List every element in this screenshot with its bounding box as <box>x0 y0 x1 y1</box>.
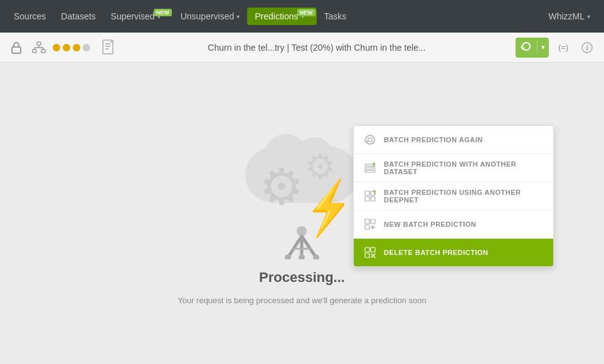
delete-batch-icon <box>363 245 378 260</box>
refresh-dropdown-arrow[interactable]: ▾ <box>537 40 549 55</box>
svg-rect-1 <box>37 42 41 45</box>
processing-title: Processing... <box>259 269 345 286</box>
svg-rect-15 <box>368 138 372 142</box>
document-icon[interactable] <box>100 39 118 56</box>
svg-rect-27 <box>365 225 369 229</box>
top-navbar: Sources Datasets Supervised NEW ▾ Unsupe… <box>0 0 604 33</box>
dot-3 <box>73 44 80 51</box>
toolbar: Churn in the tel...try | Test (20%) with… <box>0 33 604 63</box>
svg-rect-30 <box>365 247 369 252</box>
dropdown-item-new-batch[interactable]: NEW BATCH PREDICTION <box>354 211 553 239</box>
nav-datasets[interactable]: Datasets <box>53 8 103 25</box>
formula-button[interactable]: (=) <box>554 38 573 57</box>
gear-large-icon: ⚙ <box>259 162 304 212</box>
svg-rect-23 <box>371 197 375 201</box>
new-batch-icon <box>363 217 378 232</box>
nav-tasks[interactable]: Tasks <box>317 8 354 25</box>
nav-unsupervised[interactable]: Unsupervised ▾ <box>173 8 248 25</box>
status-dots <box>53 44 90 51</box>
dot-1 <box>53 44 60 51</box>
processing-subtitle: Your request is being processed and we'l… <box>177 296 427 305</box>
svg-rect-32 <box>365 253 369 257</box>
whizzml-dropdown-arrow: ▾ <box>587 13 590 20</box>
main-content: BATCH PREDICTION AGAIN BATCH PREDICTION … <box>0 63 604 364</box>
batch-dataset-icon <box>363 160 378 175</box>
refresh-icon[interactable] <box>516 38 537 58</box>
svg-point-14 <box>586 44 588 46</box>
svg-rect-31 <box>371 247 375 252</box>
nav-whizzml[interactable]: WhizzML ▾ <box>541 8 598 25</box>
svg-line-36 <box>288 236 302 257</box>
dropdown-item-batch-deepnet[interactable]: BATCH PREDICTION USING ANOTHER DEEPNET <box>354 182 553 211</box>
svg-rect-18 <box>365 170 375 172</box>
svg-rect-25 <box>365 219 369 224</box>
svg-rect-22 <box>365 197 369 201</box>
svg-rect-26 <box>371 219 375 224</box>
nav-sources[interactable]: Sources <box>6 8 53 25</box>
dropdown-item-delete-batch[interactable]: DELETE BATCH PREDICTION <box>354 239 553 266</box>
dot-4 <box>83 44 90 51</box>
dropdown-item-batch-another-dataset[interactable]: BATCH PREDICTION WITH ANOTHER DATASET <box>354 154 553 182</box>
dot-2 <box>63 44 70 51</box>
refresh-button-group[interactable]: ▾ <box>516 38 549 58</box>
toolbar-title: Churn in the tel...try | Test (20%) with… <box>123 43 511 53</box>
nav-predictions[interactable]: Predictions NEW ▾ <box>247 8 316 25</box>
predictions-badge: NEW <box>297 9 315 16</box>
supervised-badge: NEW <box>154 9 172 16</box>
batch-again-icon <box>363 132 378 147</box>
svg-rect-2 <box>33 49 36 53</box>
svg-point-42 <box>299 254 305 259</box>
illustration-graphic: ⚙ ⚙ ⚡ <box>233 134 371 259</box>
svg-rect-0 <box>12 47 21 53</box>
lock-icon[interactable] <box>8 39 25 56</box>
dropdown-item-batch-again[interactable]: BATCH PREDICTION AGAIN <box>354 126 553 154</box>
dropdown-menu: BATCH PREDICTION AGAIN BATCH PREDICTION … <box>353 125 554 267</box>
tower-svg <box>282 225 322 259</box>
svg-line-37 <box>302 236 316 257</box>
toolbar-right: ▾ (=) <box>516 38 596 58</box>
nav-supervised[interactable]: Supervised NEW ▾ <box>103 8 173 25</box>
svg-rect-20 <box>365 191 369 195</box>
batch-deepnet-icon <box>363 189 378 204</box>
svg-rect-17 <box>365 167 375 169</box>
info-button[interactable] <box>578 38 596 57</box>
hierarchy-icon[interactable] <box>30 39 48 56</box>
svg-rect-3 <box>41 49 45 53</box>
unsupervised-dropdown-arrow: ▾ <box>236 13 240 20</box>
